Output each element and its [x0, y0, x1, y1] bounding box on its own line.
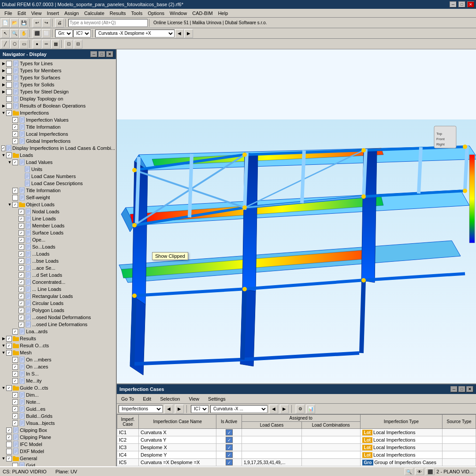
cell-active[interactable]: ✓ [216, 436, 242, 444]
tree-checkbox-57[interactable] [6, 456, 12, 461]
status-btn-2[interactable]: 👁 [415, 468, 424, 475]
settings-btn[interactable]: ⚙ [296, 405, 305, 413]
tree-item-39[interactable]: Loa...ards [0, 328, 116, 335]
viewxy-button[interactable]: ⬜ [42, 29, 51, 38]
tree-expand-3[interactable]: ▶ [1, 75, 6, 80]
tree-item-30[interactable]: ...ace Se... [0, 264, 116, 271]
col-header-name[interactable]: Imperfection Case Name [138, 415, 216, 429]
tree-checkbox-33[interactable] [19, 286, 24, 292]
tree-checkbox-24[interactable] [19, 223, 24, 229]
tree-item-11[interactable]: Local Imperfections [0, 130, 116, 138]
col-header-combo[interactable]: Load Combinations [302, 422, 361, 429]
maximize-button[interactable]: □ [458, 1, 465, 7]
nav-minimize-button[interactable]: ─ [90, 51, 97, 57]
tree-checkbox-19[interactable] [12, 188, 18, 193]
tree-checkbox-44[interactable] [12, 364, 18, 370]
draw-rect-button[interactable]: ▭ [19, 40, 28, 48]
tree-item-51[interactable]: Build...Grids [0, 413, 116, 420]
active-checkbox[interactable]: ✓ [226, 459, 233, 465]
tree-expand-4[interactable]: ▶ [1, 82, 6, 87]
tree-checkbox-15[interactable] [12, 160, 18, 165]
print-button[interactable]: 🖨 [55, 19, 64, 27]
tree-item-57[interactable]: ▼General [0, 455, 116, 462]
tree-item-46[interactable]: Me...ity [0, 377, 116, 384]
tree-checkbox-45[interactable] [12, 371, 18, 377]
menu-item-file[interactable]: File [2, 10, 15, 17]
ic-filter-combo[interactable]: IC7 [191, 405, 208, 413]
tree-item-20[interactable]: Self-weight [0, 194, 116, 201]
tree-checkbox-12[interactable] [12, 138, 18, 144]
tree-item-21[interactable]: ▼Object Loads [0, 201, 116, 208]
tree-expand-41[interactable]: ▼ [1, 343, 6, 348]
table-row[interactable]: IC5Curvatura =X Desplome =X✓1,9,17,25,33… [117, 459, 476, 466]
tree-checkbox-56[interactable] [6, 449, 12, 454]
curve-combo[interactable]: Curvatura -X ... [210, 405, 268, 413]
open-button[interactable]: 📂 [10, 19, 19, 27]
tree-checkbox-51[interactable] [12, 413, 18, 419]
tree-item-52[interactable]: Visua...bjects [0, 420, 116, 427]
cell-active[interactable]: ✓ [216, 459, 242, 466]
tree-checkbox-53[interactable] [6, 428, 12, 433]
tree-checkbox-35[interactable] [19, 301, 24, 306]
tree-checkbox-55[interactable] [6, 442, 12, 447]
tree-item-42[interactable]: ▼Mesh [0, 349, 116, 356]
filter-combo[interactable]: Imperfections [119, 405, 163, 413]
tree-checkbox-6[interactable] [6, 96, 12, 102]
cell-active[interactable]: ✓ [216, 444, 242, 451]
tree-item-29[interactable]: ...bse Loads [0, 257, 116, 264]
tree-item-49[interactable]: Note... [0, 398, 116, 405]
menu-item-assign[interactable]: Assign [62, 10, 82, 17]
tree-checkbox-11[interactable] [12, 131, 18, 137]
prev-ic-button[interactable]: ◀ [164, 405, 173, 413]
col-header-assigned[interactable]: Assigned to [242, 415, 360, 422]
table-row[interactable]: IC4Desplome Y✓LotLocal Imperfections [117, 451, 476, 459]
tree-checkbox-4[interactable] [6, 82, 12, 88]
view3d-button[interactable]: ⬛ [33, 29, 41, 38]
tree-checkbox-39[interactable] [12, 329, 18, 335]
node-button[interactable]: ● [33, 40, 41, 48]
tree-checkbox-54[interactable] [6, 435, 12, 440]
group-combo[interactable]: Gro [55, 30, 73, 37]
tree-item-1[interactable]: ▶Types for Lines [0, 60, 116, 67]
new-button[interactable]: 📄 [1, 19, 10, 27]
tree-item-44[interactable]: On ...aces [0, 363, 116, 370]
tree-item-48[interactable]: Dim... [0, 391, 116, 398]
tree-item-6[interactable]: Display Topology on [0, 95, 116, 102]
tree-item-40[interactable]: ▶Results [0, 335, 116, 342]
tree-expand-57[interactable]: ▼ [1, 456, 6, 461]
tree-checkbox-40[interactable] [6, 336, 12, 342]
tree-checkbox-32[interactable] [19, 279, 24, 285]
tree-checkbox-46[interactable] [12, 378, 18, 384]
tree-checkbox-48[interactable] [12, 392, 18, 398]
tree-item-18[interactable]: Load Case Descriptions [0, 180, 116, 187]
tree-checkbox-49[interactable] [12, 399, 18, 405]
tree-checkbox-9[interactable] [12, 117, 18, 123]
undo-button[interactable]: ↩ [33, 19, 41, 27]
cell-active[interactable]: ✓ [216, 429, 242, 436]
tree-checkbox-25[interactable] [19, 230, 24, 236]
ic-combo[interactable]: IC7 [73, 30, 91, 37]
tree-item-19[interactable]: Title Information [0, 187, 116, 194]
tree-item-41[interactable]: ▼Result O...cts [0, 342, 116, 349]
tree-item-28[interactable]: ...Loads [0, 250, 116, 257]
tree-item-31[interactable]: ...d Set Loads [0, 271, 116, 279]
tree-checkbox-36[interactable] [19, 308, 24, 313]
tree-expand-7[interactable]: ▶ [1, 104, 6, 108]
tree-item-10[interactable]: Title Information [0, 123, 116, 130]
tree-checkbox-31[interactable] [19, 272, 24, 278]
tree-checkbox-47[interactable] [6, 385, 12, 391]
tree-checkbox-3[interactable] [6, 75, 12, 81]
tree-item-47[interactable]: ▼Guide O...cts [0, 384, 116, 391]
pan-button[interactable]: ✋ [19, 29, 28, 38]
col-header-source[interactable]: Source Type [443, 415, 476, 429]
tree-checkbox-5[interactable] [6, 89, 12, 95]
tree-item-55[interactable]: IFC Model [0, 441, 116, 448]
draw-line-button[interactable]: ╱ [1, 40, 10, 48]
tree-expand-1[interactable]: ▶ [1, 61, 6, 66]
goto-menu[interactable]: Go To [119, 395, 137, 402]
deformation-combo[interactable]: Curvatura -X Desplome +X [95, 30, 175, 37]
tree-checkbox-7[interactable] [6, 103, 12, 109]
tree-checkbox-2[interactable] [6, 68, 12, 74]
tree-item-54[interactable]: Clipping Plane [0, 434, 116, 441]
col-header-lc[interactable]: Load Cases [242, 422, 301, 429]
